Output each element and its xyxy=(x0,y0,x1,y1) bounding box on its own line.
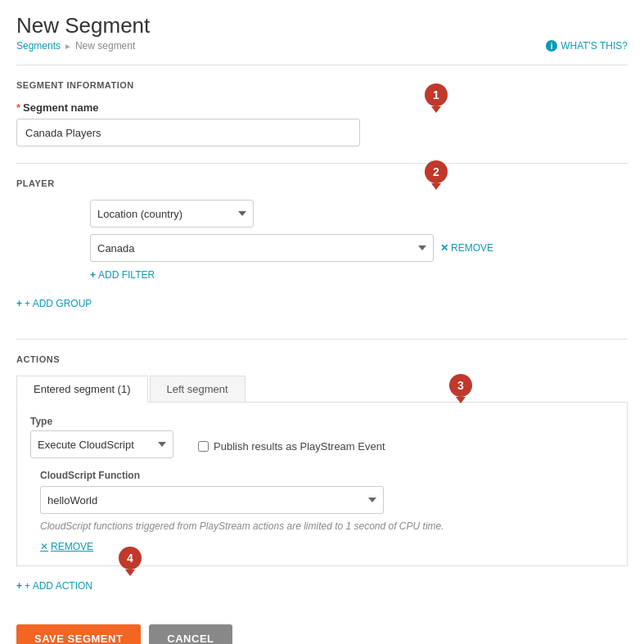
tab-left-segment[interactable]: Left segment xyxy=(150,376,245,402)
tab-entered-segment[interactable]: Entered segment (1) xyxy=(16,376,148,403)
add-filter-plus-icon: + xyxy=(90,269,96,281)
callout-4: 4 xyxy=(119,547,142,570)
filter-remove-label: REMOVE xyxy=(451,242,493,254)
filter-type-select[interactable]: Location (country) Player Level Player T… xyxy=(90,200,254,227)
type-field: Type Execute CloudScript Ban Player Send… xyxy=(30,416,173,458)
buttons-row: SAVE SEGMENT CANCEL xyxy=(16,624,628,644)
breadcrumb-current: New segment xyxy=(75,40,135,52)
action-x-icon: ✕ xyxy=(40,541,48,552)
type-publish-row: Type Execute CloudScript Ban Player Send… xyxy=(30,416,614,470)
add-group-link[interactable]: + + ADD GROUP xyxy=(16,298,92,309)
filter-remove-link[interactable]: ✕ REMOVE xyxy=(440,242,493,254)
action-remove-label: REMOVE xyxy=(51,541,93,552)
cpu-warning-text: CloudScript functions triggered from Pla… xyxy=(40,520,614,532)
whats-this-link[interactable]: i WHAT'S THIS? xyxy=(546,40,628,52)
breadcrumb: Segments ► New segment i WHAT'S THIS? xyxy=(16,40,628,52)
add-filter-label: ADD FILTER xyxy=(98,269,155,281)
filter-value-select[interactable]: Canada United States United Kingdom Germ… xyxy=(90,234,434,262)
required-star: * xyxy=(16,101,20,114)
add-action-plus-icon: + xyxy=(16,580,22,592)
page-title: New Segment xyxy=(16,13,628,38)
publish-checkbox[interactable] xyxy=(198,441,209,452)
add-action-label: + ADD ACTION xyxy=(25,580,92,592)
action-remove-link[interactable]: ✕ REMOVE xyxy=(40,541,93,552)
breadcrumb-arrow-icon: ► xyxy=(64,42,72,51)
segment-info-section: SEGMENT INFORMATION * Segment name xyxy=(16,80,628,146)
segment-info-header: SEGMENT INFORMATION xyxy=(16,80,628,90)
callout-3: 3 xyxy=(449,374,472,397)
add-group-plus-icon: + xyxy=(16,298,22,309)
actions-section-header: ACTIONS xyxy=(16,354,628,364)
publish-row: Publish results as PlayStream Event xyxy=(198,416,385,453)
whats-this-label: WHAT'S THIS? xyxy=(561,40,628,52)
cloudscript-function-select[interactable]: helloWorld loginPlayer updateStats xyxy=(40,486,384,514)
player-section: PLAYER Location (country) Player Level P… xyxy=(16,178,628,289)
add-group-label: + ADD GROUP xyxy=(25,298,92,309)
filter-value-row: Canada United States United Kingdom Germ… xyxy=(90,234,628,262)
add-filter-link[interactable]: + ADD FILTER xyxy=(90,269,155,281)
actions-divider xyxy=(16,339,628,340)
x-icon: ✕ xyxy=(440,242,448,254)
header-divider xyxy=(16,65,628,65)
segment-name-label: * Segment name xyxy=(16,101,628,114)
info-icon: i xyxy=(546,40,557,52)
cloudscript-function-label: CloudScript Function xyxy=(40,470,614,481)
actions-section: ACTIONS Entered segment (1) Left segment… xyxy=(16,354,628,566)
segment-name-input[interactable] xyxy=(16,119,360,146)
filter-type-row: Location (country) Player Level Player T… xyxy=(90,200,628,227)
cancel-button[interactable]: CANCEL xyxy=(149,624,232,644)
breadcrumb-parent-link[interactable]: Segments xyxy=(16,40,61,52)
actions-tabs: Entered segment (1) Left segment xyxy=(16,376,628,403)
type-label: Type xyxy=(30,416,173,427)
add-action-link[interactable]: + + ADD ACTION xyxy=(16,580,92,592)
tab-content-entered: Type Execute CloudScript Ban Player Send… xyxy=(16,403,628,566)
type-select[interactable]: Execute CloudScript Ban Player Send Push… xyxy=(30,430,173,458)
cloudscript-select-row: helloWorld loginPlayer updateStats xyxy=(40,486,614,514)
callout-2: 2 xyxy=(425,160,448,183)
save-segment-button[interactable]: SAVE SEGMENT xyxy=(16,624,141,644)
publish-label: Publish results as PlayStream Event xyxy=(214,440,385,453)
player-section-header: PLAYER xyxy=(16,178,628,188)
callout-1: 1 xyxy=(425,83,448,106)
player-divider xyxy=(16,163,628,164)
